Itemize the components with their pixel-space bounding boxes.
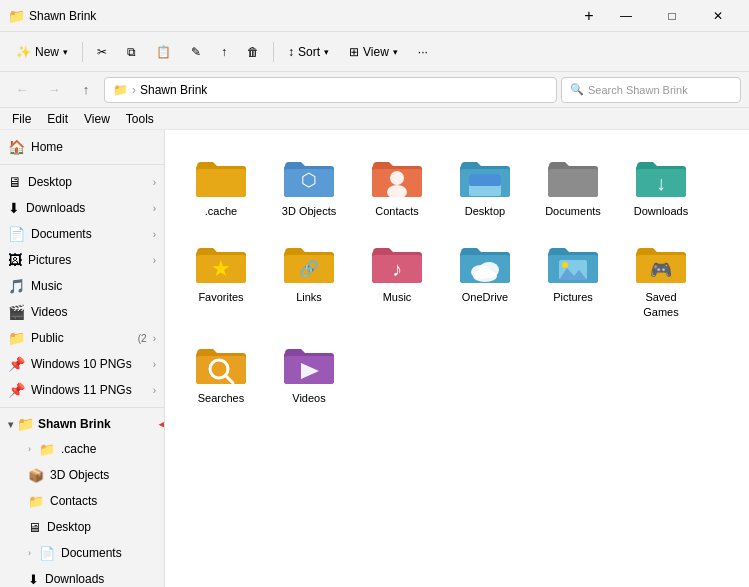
file-label-cache: .cache [205, 204, 237, 218]
downloads-icon: ⬇ [8, 200, 20, 216]
sidebar-item-videos[interactable]: 🎬 Videos [0, 299, 164, 325]
folder-icon-favorites: ★ [193, 238, 249, 286]
rename-button[interactable]: ✎ [183, 37, 209, 67]
file-label-links: Links [296, 290, 322, 304]
sort-button[interactable]: ↕ Sort ▾ [280, 37, 337, 67]
chevron-right-icon: › [153, 333, 156, 344]
videos-icon: 🎬 [8, 304, 25, 320]
sidebar-item-documents[interactable]: 📄 Documents › [0, 221, 164, 247]
path-label: Shawn Brink [140, 83, 207, 97]
folder-icon: 📁 [17, 416, 34, 432]
svg-text:♪: ♪ [392, 258, 402, 280]
downloads-icon: ⬇ [28, 572, 39, 587]
file-item-documents[interactable]: Documents [533, 146, 613, 224]
svg-text:🎮: 🎮 [650, 259, 673, 281]
menu-edit[interactable]: Edit [39, 110, 76, 128]
sidebar-item-desktop2[interactable]: 🖥 Desktop [0, 514, 164, 540]
chevron-right-icon: › [28, 444, 31, 454]
forward-button[interactable]: → [40, 76, 68, 104]
file-item-contacts[interactable]: Contacts [357, 146, 437, 224]
sidebar-item-documents2[interactable]: › 📄 Documents [0, 540, 164, 566]
up-button[interactable]: ↑ [72, 76, 100, 104]
file-item-desktop[interactable]: Desktop [445, 146, 525, 224]
sidebar-item-label: Pictures [28, 253, 147, 267]
sidebar-item-desktop[interactable]: 🖥 Desktop › [0, 169, 164, 195]
share-button[interactable]: ↑ [213, 37, 235, 67]
cut-button[interactable]: ✂ [89, 37, 115, 67]
home-icon: 🏠 [8, 139, 25, 155]
menu-tools[interactable]: Tools [118, 110, 162, 128]
sidebar-item-label: Desktop [47, 520, 91, 534]
file-label-music: Music [383, 290, 412, 304]
sidebar-item-downloads[interactable]: ⬇ Downloads › [0, 195, 164, 221]
pin-icon: 📌 [8, 356, 25, 372]
sidebar-item-music[interactable]: 🎵 Music [0, 273, 164, 299]
delete-button[interactable]: 🗑 [239, 37, 267, 67]
sidebar-item-contacts[interactable]: 📁 Contacts [0, 488, 164, 514]
rename-icon: ✎ [191, 45, 201, 59]
file-grid: .cache ⬡ 3D Objects Contacts Desktop Doc… [181, 146, 733, 411]
chevron-right-icon: › [153, 177, 156, 188]
sidebar-item-win10[interactable]: 📌 Windows 10 PNGs › [0, 351, 164, 377]
share-icon: ↑ [221, 45, 227, 59]
folder-icon: 📁 [39, 442, 55, 457]
view-button[interactable]: ⊞ View ▾ [341, 37, 406, 67]
sidebar-item-win11[interactable]: 📌 Windows 11 PNGs › [0, 377, 164, 403]
path-separator: › [132, 83, 136, 97]
new-tab-button[interactable]: + [575, 2, 603, 30]
public-badge: (2 [138, 333, 147, 344]
paste-button[interactable]: 📋 [148, 37, 179, 67]
menu-view[interactable]: View [76, 110, 118, 128]
menu-bar: File Edit View Tools [0, 108, 749, 130]
new-label: New [35, 45, 59, 59]
pictures-icon: 🖼 [8, 252, 22, 268]
more-button[interactable]: ··· [410, 37, 436, 67]
sidebar-item-3dobjects[interactable]: 📦 3D Objects [0, 462, 164, 488]
copy-button[interactable]: ⧉ [119, 37, 144, 67]
search-placeholder: Search Shawn Brink [588, 84, 688, 96]
pin-icon: 📌 [8, 382, 25, 398]
search-box[interactable]: 🔍 Search Shawn Brink [561, 77, 741, 103]
file-item-favorites[interactable]: ★ Favorites [181, 232, 261, 325]
file-item-links[interactable]: 🔗 Links [269, 232, 349, 325]
sidebar-item-cache[interactable]: › 📁 .cache [0, 436, 164, 462]
sidebar-item-label: Downloads [45, 572, 104, 586]
svg-point-5 [387, 185, 407, 199]
sidebar-item-label: Home [31, 140, 156, 154]
address-path[interactable]: 📁 › Shawn Brink [104, 77, 557, 103]
file-label-onedrive: OneDrive [462, 290, 508, 304]
sidebar-item-label: Videos [31, 305, 156, 319]
file-item-searches[interactable]: Searches [181, 333, 261, 411]
minimize-button[interactable]: — [603, 0, 649, 32]
view-chevron-icon: ▾ [393, 47, 398, 57]
main-content: 🏠 Home 🖥 Desktop › ⬇ Downloads › 📄 Docum… [0, 130, 749, 587]
close-button[interactable]: ✕ [695, 0, 741, 32]
title-bar: 📁 Shawn Brink + — □ ✕ [0, 0, 749, 32]
file-item-music[interactable]: ♪ Music [357, 232, 437, 325]
chevron-right-icon: › [153, 229, 156, 240]
new-icon: ✨ [16, 45, 31, 59]
sidebar-item-public[interactable]: 📁 Public (2 › [0, 325, 164, 351]
sidebar: 🏠 Home 🖥 Desktop › ⬇ Downloads › 📄 Docum… [0, 130, 165, 587]
sidebar-item-downloads2[interactable]: ⬇ Downloads [0, 566, 164, 587]
menu-file[interactable]: File [4, 110, 39, 128]
sidebar-item-home[interactable]: 🏠 Home [0, 134, 164, 160]
maximize-button[interactable]: □ [649, 0, 695, 32]
sidebar-section-shawnbrink[interactable]: ▾ 📁 Shawn Brink ◄ [0, 412, 164, 436]
file-item-3dobjects[interactable]: ⬡ 3D Objects [269, 146, 349, 224]
sidebar-item-label: Documents [61, 546, 122, 560]
new-button[interactable]: ✨ New ▾ [8, 37, 76, 67]
file-item-savedgames[interactable]: 🎮 Saved Games [621, 232, 701, 325]
file-item-onedrive[interactable]: OneDrive [445, 232, 525, 325]
folder-icon-onedrive [457, 238, 513, 286]
file-item-videos[interactable]: Videos [269, 333, 349, 411]
file-item-cache[interactable]: .cache [181, 146, 261, 224]
file-item-downloads[interactable]: ↓ Downloads [621, 146, 701, 224]
music-icon: 🎵 [8, 278, 25, 294]
sidebar-item-pictures[interactable]: 🖼 Pictures › [0, 247, 164, 273]
chevron-right-icon: › [153, 203, 156, 214]
documents-icon: 📄 [39, 546, 55, 561]
back-button[interactable]: ← [8, 76, 36, 104]
file-item-pictures[interactable]: Pictures [533, 232, 613, 325]
folder-icon-videos [281, 339, 337, 387]
